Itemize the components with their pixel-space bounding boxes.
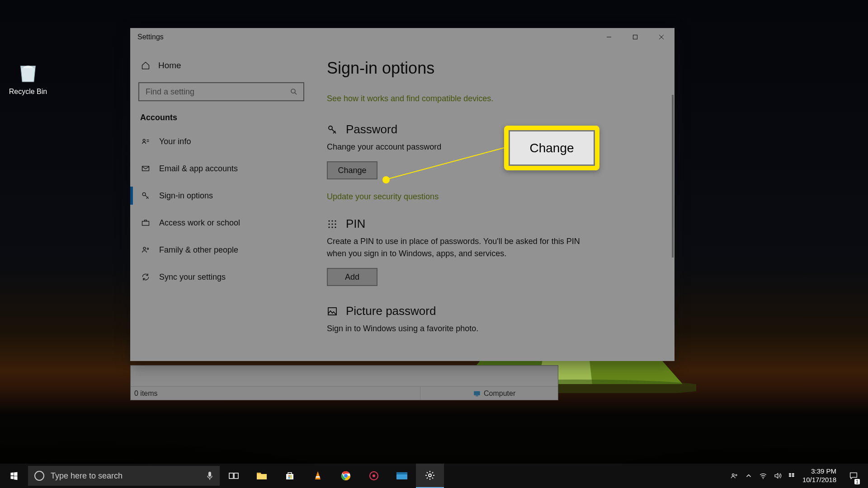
pin-desc: Create a PIN to use in place of password… [327, 235, 580, 260]
sidebar-category: Accounts [140, 113, 304, 122]
vlc-icon [313, 470, 323, 481]
main-content: Sign-in options See how it works and fin… [312, 46, 675, 361]
svg-point-16 [331, 223, 333, 225]
svg-point-15 [328, 223, 330, 225]
minimize-button[interactable] [596, 28, 622, 46]
gear-red-icon [368, 470, 379, 481]
cortana-icon [34, 471, 44, 481]
keypad-icon [327, 219, 338, 230]
svg-point-11 [329, 126, 332, 130]
search-icon [290, 88, 298, 96]
people-icon [141, 245, 150, 254]
app-taskbar-1[interactable] [360, 464, 388, 488]
svg-point-17 [335, 223, 336, 225]
svg-rect-24 [234, 473, 238, 479]
add-pin-button[interactable]: Add [327, 268, 377, 286]
task-view-icon [229, 472, 239, 480]
svg-point-36 [732, 474, 734, 476]
settings-search-input[interactable] [138, 82, 304, 101]
recycle-bin-icon [15, 60, 41, 85]
svg-point-30 [344, 474, 348, 478]
recycle-bin-desktop-icon[interactable]: Recycle Bin [5, 60, 51, 96]
scrollbar[interactable] [672, 95, 674, 258]
svg-point-14 [335, 220, 336, 221]
file-explorer-window[interactable]: 0 items Computer [130, 365, 558, 400]
svg-point-18 [328, 226, 330, 228]
explorer-statusbar: 0 items Computer [131, 386, 558, 400]
explorer-location: Computer [484, 389, 515, 398]
file-explorer-taskbar[interactable] [248, 464, 276, 488]
store-taskbar[interactable] [276, 464, 304, 488]
sidebar: Home Accounts Your info Email & app acco… [130, 46, 312, 361]
password-section: Password Change your account password Ch… [327, 122, 656, 202]
store-icon [284, 470, 295, 481]
security-questions-link[interactable]: Update your security questions [327, 192, 656, 202]
svg-rect-27 [288, 477, 290, 479]
picture-title: Picture password [346, 304, 436, 318]
svg-point-20 [335, 226, 336, 228]
briefcase-icon [141, 218, 150, 227]
svg-rect-26 [290, 475, 292, 477]
svg-point-32 [373, 474, 375, 477]
maximize-button[interactable] [622, 28, 648, 46]
svg-rect-25 [288, 475, 290, 477]
svg-rect-6 [142, 166, 149, 171]
nav-email-accounts[interactable]: Email & app accounts [138, 155, 304, 182]
picture-desc: Sign in to Windows using a favorite phot… [327, 323, 580, 335]
gear-icon [425, 470, 435, 481]
microphone-icon[interactable] [206, 471, 213, 480]
titlebar[interactable]: Settings [130, 28, 675, 46]
svg-rect-2 [476, 395, 478, 396]
folder-icon [256, 471, 268, 481]
svg-rect-3 [633, 35, 637, 39]
clock-time: 3:39 PM [802, 467, 836, 476]
person-card-icon [141, 137, 150, 146]
svg-point-19 [331, 226, 333, 228]
action-center-button[interactable]: 1 [843, 464, 864, 488]
app-taskbar-2[interactable] [388, 464, 416, 488]
annotation-label: Change [509, 130, 595, 166]
vlc-taskbar[interactable] [304, 464, 332, 488]
svg-rect-22 [208, 472, 211, 477]
close-button[interactable] [648, 28, 675, 46]
svg-point-35 [429, 474, 431, 477]
svg-rect-34 [396, 472, 407, 474]
page-title: Sign-in options [327, 59, 656, 78]
chevron-up-icon[interactable] [745, 472, 753, 480]
svg-rect-1 [474, 391, 480, 395]
mail-icon [141, 164, 150, 173]
key-icon [327, 124, 338, 135]
task-view-button[interactable] [220, 464, 248, 488]
svg-point-9 [143, 247, 146, 249]
start-button[interactable] [0, 464, 28, 488]
settings-taskbar[interactable] [416, 464, 444, 488]
computer-icon [473, 389, 481, 398]
svg-point-38 [763, 478, 764, 479]
card-icon [396, 471, 408, 480]
annotation-callout: Change [504, 126, 599, 170]
nav-access-work[interactable]: Access work or school [138, 209, 304, 236]
people-tray-icon[interactable] [730, 472, 738, 480]
wifi-icon[interactable] [759, 472, 767, 480]
svg-point-10 [147, 248, 148, 249]
sync-icon [141, 272, 150, 282]
window-title: Settings [137, 33, 164, 41]
chrome-taskbar[interactable] [332, 464, 360, 488]
taskbar-clock[interactable]: 3:39 PM 10/17/2018 [802, 467, 836, 484]
taskbar-search[interactable]: Type here to search [28, 466, 220, 486]
volume-icon[interactable] [774, 472, 782, 480]
pin-title: PIN [346, 217, 365, 231]
svg-point-7 [142, 192, 146, 196]
windows-icon [9, 471, 19, 480]
taskbar-search-placeholder: Type here to search [51, 471, 123, 481]
svg-rect-28 [290, 477, 292, 479]
compatible-devices-link[interactable]: See how it works and find compatible dev… [327, 94, 493, 103]
nav-your-info[interactable]: Your info [138, 128, 304, 155]
nav-family[interactable]: Family & other people [138, 236, 304, 263]
home-link[interactable]: Home [138, 55, 304, 76]
change-password-button[interactable]: Change [327, 161, 377, 179]
settings-window: Settings Home Accounts Your info [130, 28, 675, 361]
nav-sync[interactable]: Sync your settings [138, 263, 304, 291]
nav-signin-options[interactable]: Sign-in options [138, 182, 304, 209]
dropbox-icon[interactable] [788, 472, 796, 480]
